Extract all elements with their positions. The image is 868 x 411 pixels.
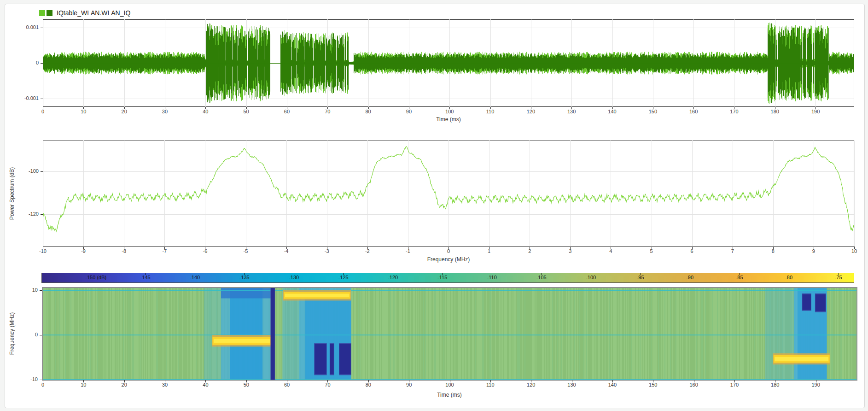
tick-mark bbox=[41, 214, 43, 215]
tick-label: 10 bbox=[81, 109, 86, 114]
legend-swatch-real-icon bbox=[39, 10, 45, 16]
tick-label: 10 bbox=[851, 248, 857, 254]
tick-label: 110 bbox=[486, 109, 495, 114]
tick-mark bbox=[41, 63, 43, 64]
tick-label: 20 bbox=[122, 109, 127, 114]
tick-label: 130 bbox=[567, 109, 576, 114]
colorbar-tick-label: -120 bbox=[388, 275, 398, 280]
tick-label: 7 bbox=[731, 248, 734, 254]
tick-mark bbox=[41, 171, 43, 172]
tick-label: 1 bbox=[488, 248, 490, 254]
colorbar-tick-label: -95 bbox=[637, 275, 644, 280]
tick-label: 20 bbox=[122, 382, 127, 388]
tick-label: 0 bbox=[41, 382, 44, 388]
colorbar-tick-label: -150 (dB) bbox=[85, 275, 106, 280]
power-spectrum-canvas[interactable] bbox=[43, 141, 854, 246]
tick-label: 160 bbox=[689, 382, 698, 388]
colorbar-tick-label: -115 bbox=[437, 275, 447, 280]
tick-label: 170 bbox=[730, 382, 739, 388]
tick-label: 180 bbox=[771, 382, 779, 388]
tick-label: 10 bbox=[18, 287, 38, 293]
colorbar-tick-label: -145 bbox=[140, 275, 151, 280]
tick-label: 150 bbox=[649, 382, 657, 388]
tick-label: 130 bbox=[567, 382, 576, 388]
tick-label: -2 bbox=[365, 248, 370, 254]
tick-label: 6 bbox=[691, 248, 693, 254]
tick-label: 0 bbox=[18, 332, 38, 337]
frequency-axis-title: Frequency (MHz) bbox=[427, 256, 470, 263]
tick-label: 30 bbox=[162, 382, 168, 388]
colorbar-tick-label: -80 bbox=[785, 275, 792, 280]
colorbar-tick-label: -100 bbox=[586, 275, 596, 280]
tick-label: -8 bbox=[122, 248, 126, 254]
tick-label: 50 bbox=[243, 109, 249, 114]
tick-label: -10 bbox=[18, 376, 38, 382]
tick-label: 90 bbox=[406, 109, 412, 114]
tick-label: 0.001 bbox=[19, 24, 39, 30]
tick-label: 30 bbox=[162, 109, 168, 114]
tick-label: -10 bbox=[39, 248, 47, 254]
colorbar[interactable] bbox=[41, 273, 854, 283]
tick-label: 40 bbox=[203, 382, 208, 388]
tick-label: 140 bbox=[608, 382, 617, 388]
tick-label: 190 bbox=[811, 382, 820, 388]
colorbar-tick-label: -85 bbox=[736, 275, 743, 280]
tick-label: 160 bbox=[689, 109, 698, 114]
tick-label: 4 bbox=[609, 248, 612, 254]
tick-label: 80 bbox=[366, 382, 371, 388]
tick-label: 5 bbox=[650, 248, 652, 254]
time-waveform-canvas[interactable] bbox=[43, 20, 854, 106]
tick-label: 70 bbox=[325, 109, 330, 114]
colorbar-tick-label: -125 bbox=[338, 275, 349, 280]
tick-label: -1 bbox=[406, 248, 410, 254]
tick-mark bbox=[41, 28, 43, 28]
legend[interactable]: IQtable_WLAN.WLAN_IQ bbox=[39, 9, 130, 17]
tick-label: -120 bbox=[19, 211, 39, 217]
tick-mark bbox=[41, 99, 43, 99]
tick-label: 0 bbox=[41, 109, 44, 114]
tick-label: 60 bbox=[284, 109, 290, 114]
tick-label: 9 bbox=[812, 248, 815, 254]
tick-label: 190 bbox=[811, 109, 820, 114]
tick-label: 180 bbox=[771, 109, 779, 114]
tick-label: 100 bbox=[445, 382, 454, 388]
colorbar-tick-label: -130 bbox=[289, 275, 299, 280]
tick-label: 110 bbox=[486, 382, 495, 388]
colorbar-tick-label: -110 bbox=[487, 275, 497, 280]
colorbar-tick-label: -105 bbox=[536, 275, 547, 280]
tick-label: 140 bbox=[608, 109, 616, 114]
colorbar-tick-label: -135 bbox=[239, 275, 250, 280]
tick-label: 0 bbox=[19, 60, 39, 65]
tick-label: 60 bbox=[284, 382, 290, 388]
tick-mark bbox=[40, 290, 42, 291]
tick-label: 8 bbox=[772, 248, 775, 254]
tick-label: 50 bbox=[244, 382, 249, 388]
signal-analyzer-display: IQtable_WLAN.WLAN_IQ Time (ms) Power Spe… bbox=[0, 0, 868, 411]
tick-label: 150 bbox=[649, 109, 657, 114]
tick-label: -4 bbox=[284, 248, 289, 254]
colorbar-tick-label: -90 bbox=[686, 275, 693, 280]
tick-label: -5 bbox=[244, 248, 248, 254]
tick-label: 90 bbox=[406, 382, 412, 388]
tick-label: -6 bbox=[203, 248, 208, 254]
spectrogram-freq-axis-title: Frequency (MHz) bbox=[9, 312, 15, 355]
colorbar-tick-label: -140 bbox=[190, 275, 200, 280]
tick-label: -7 bbox=[162, 248, 167, 254]
tick-label: 80 bbox=[365, 109, 371, 114]
legend-swatch-imag-icon bbox=[47, 10, 52, 16]
tick-label: 10 bbox=[81, 382, 86, 388]
legend-label: IQtable_WLAN.WLAN_IQ bbox=[57, 9, 130, 17]
grid-line bbox=[854, 141, 855, 247]
tick-label: 70 bbox=[325, 382, 330, 388]
tick-label: 3 bbox=[569, 248, 571, 254]
tick-label: 100 bbox=[445, 109, 454, 114]
colorbar-tick-label: -75 bbox=[835, 275, 842, 280]
spectrogram-canvas[interactable] bbox=[43, 288, 856, 380]
tick-mark bbox=[40, 380, 42, 380]
time-axis-title-1: Time (ms) bbox=[436, 116, 461, 123]
tick-label: 120 bbox=[527, 382, 535, 388]
tick-label: 40 bbox=[203, 109, 208, 114]
tick-label: -9 bbox=[81, 248, 86, 254]
tick-label: -0.001 bbox=[19, 95, 39, 101]
tick-label: 170 bbox=[730, 109, 738, 114]
